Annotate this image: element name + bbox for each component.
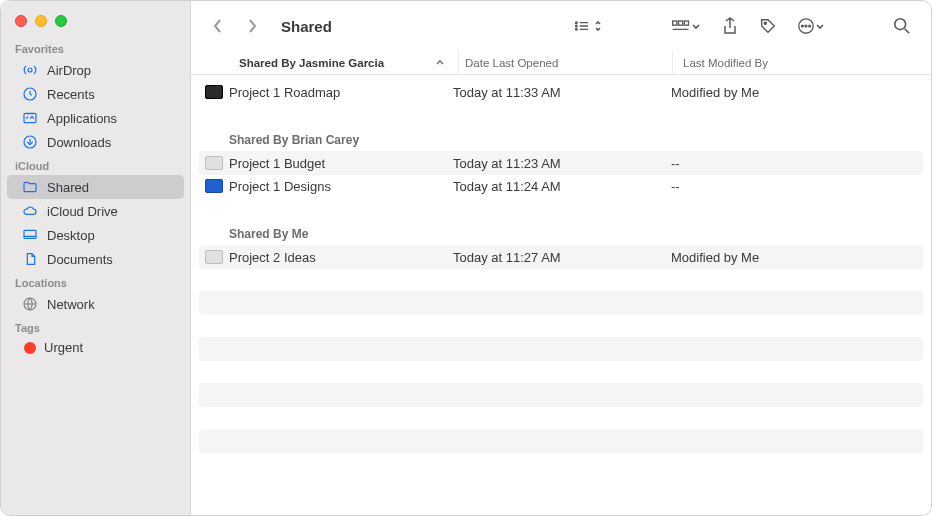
file-icon bbox=[205, 250, 223, 264]
sidebar-item-shared[interactable]: Shared bbox=[7, 175, 184, 199]
cloud-icon bbox=[21, 202, 39, 220]
sidebar-item-label: Urgent bbox=[44, 340, 83, 355]
empty-row bbox=[199, 383, 923, 407]
file-modified: -- bbox=[671, 179, 931, 194]
window-controls bbox=[1, 9, 190, 37]
sidebar-item-downloads[interactable]: Downloads bbox=[7, 130, 184, 154]
svg-point-6 bbox=[576, 22, 578, 24]
file-name: Project 1 Budget bbox=[229, 156, 453, 171]
section-header-favorites: Favorites bbox=[1, 37, 190, 58]
file-modified: Modified by Me bbox=[671, 250, 923, 265]
sidebar-item-network[interactable]: Network bbox=[7, 292, 184, 316]
minimize-button[interactable] bbox=[35, 15, 47, 27]
sidebar-item-recents[interactable]: Recents bbox=[7, 82, 184, 106]
downloads-icon bbox=[21, 133, 39, 151]
sidebar-item-label: Downloads bbox=[47, 135, 111, 150]
tag-dot-red bbox=[24, 342, 36, 354]
sidebar-item-label: Recents bbox=[47, 87, 95, 102]
file-row[interactable]: Project 2 Ideas Today at 11:27 AM Modifi… bbox=[199, 245, 923, 269]
sidebar-item-documents[interactable]: Documents bbox=[7, 247, 184, 271]
svg-rect-9 bbox=[673, 21, 677, 25]
svg-point-7 bbox=[576, 25, 578, 27]
column-header-modified[interactable]: Last Modified By bbox=[673, 51, 931, 74]
file-row[interactable]: Project 1 Designs Today at 11:24 AM -- bbox=[191, 175, 931, 197]
empty-row bbox=[199, 291, 923, 315]
section-header-tags: Tags bbox=[1, 316, 190, 337]
sort-ascending-icon bbox=[435, 58, 445, 68]
sidebar-item-label: Desktop bbox=[47, 228, 95, 243]
sidebar-item-applications[interactable]: Applications bbox=[7, 106, 184, 130]
sidebar: Favorites AirDrop Recents Applications D… bbox=[1, 1, 191, 515]
main-content: Shared bbox=[191, 1, 931, 515]
back-button[interactable] bbox=[205, 14, 231, 38]
sidebar-item-label: iCloud Drive bbox=[47, 204, 118, 219]
column-header-date[interactable]: Date Last Opened bbox=[455, 51, 673, 74]
svg-point-12 bbox=[764, 22, 766, 24]
empty-row bbox=[199, 429, 923, 453]
view-options-button[interactable] bbox=[567, 13, 609, 39]
file-date: Today at 11:27 AM bbox=[453, 250, 671, 265]
file-icon bbox=[205, 179, 223, 193]
svg-point-16 bbox=[809, 25, 811, 27]
section-header-locations: Locations bbox=[1, 271, 190, 292]
sidebar-item-label: AirDrop bbox=[47, 63, 91, 78]
forward-button[interactable] bbox=[239, 14, 265, 38]
network-icon bbox=[21, 295, 39, 313]
zoom-button[interactable] bbox=[55, 15, 67, 27]
file-row[interactable]: Project 1 Budget Today at 11:23 AM -- bbox=[199, 151, 923, 175]
sidebar-item-label: Documents bbox=[47, 252, 113, 267]
tags-button[interactable] bbox=[753, 13, 783, 39]
sidebar-item-label: Shared bbox=[47, 180, 89, 195]
group-by-button[interactable] bbox=[665, 13, 707, 39]
finder-window: Favorites AirDrop Recents Applications D… bbox=[0, 0, 932, 516]
file-list: Project 1 Roadmap Today at 11:33 AM Modi… bbox=[191, 75, 931, 515]
file-modified: -- bbox=[671, 156, 923, 171]
search-button[interactable] bbox=[887, 13, 917, 39]
svg-point-0 bbox=[28, 68, 32, 72]
svg-rect-11 bbox=[684, 21, 688, 25]
group-label: Shared By Me bbox=[191, 217, 931, 245]
column-headers: Shared By Jasmine Garcia Date Last Opene… bbox=[191, 51, 931, 75]
file-modified: Modified by Me bbox=[671, 85, 931, 100]
file-date: Today at 11:33 AM bbox=[453, 85, 671, 100]
svg-point-17 bbox=[895, 19, 906, 30]
svg-point-8 bbox=[576, 29, 578, 31]
share-button[interactable] bbox=[715, 13, 745, 39]
svg-rect-4 bbox=[24, 230, 36, 238]
sidebar-item-label: Network bbox=[47, 297, 95, 312]
close-button[interactable] bbox=[15, 15, 27, 27]
section-header-icloud: iCloud bbox=[1, 154, 190, 175]
file-date: Today at 11:23 AM bbox=[453, 156, 671, 171]
svg-point-14 bbox=[802, 25, 804, 27]
shared-folder-icon bbox=[21, 178, 39, 196]
empty-row bbox=[199, 337, 923, 361]
sidebar-item-desktop[interactable]: Desktop bbox=[7, 223, 184, 247]
more-actions-button[interactable] bbox=[791, 13, 831, 39]
file-name: Project 2 Ideas bbox=[229, 250, 453, 265]
sidebar-item-label: Applications bbox=[47, 111, 117, 126]
file-icon bbox=[205, 85, 223, 99]
toolbar: Shared bbox=[191, 1, 931, 51]
file-name: Project 1 Roadmap bbox=[229, 85, 453, 100]
file-name: Project 1 Designs bbox=[229, 179, 453, 194]
documents-icon bbox=[21, 250, 39, 268]
desktop-icon bbox=[21, 226, 39, 244]
clock-icon bbox=[21, 85, 39, 103]
column-header-name[interactable]: Shared By Jasmine Garcia bbox=[229, 51, 459, 74]
apps-icon bbox=[21, 109, 39, 127]
window-title: Shared bbox=[281, 18, 332, 35]
sidebar-item-icloud-drive[interactable]: iCloud Drive bbox=[7, 199, 184, 223]
sidebar-item-airdrop[interactable]: AirDrop bbox=[7, 58, 184, 82]
file-icon bbox=[205, 156, 223, 170]
file-row[interactable]: Project 1 Roadmap Today at 11:33 AM Modi… bbox=[191, 81, 931, 103]
file-date: Today at 11:24 AM bbox=[453, 179, 671, 194]
svg-rect-10 bbox=[679, 21, 683, 25]
group-label: Shared By Brian Carey bbox=[191, 123, 931, 151]
sidebar-item-tag-urgent[interactable]: Urgent bbox=[7, 337, 184, 358]
airdrop-icon bbox=[21, 61, 39, 79]
svg-point-15 bbox=[805, 25, 807, 27]
